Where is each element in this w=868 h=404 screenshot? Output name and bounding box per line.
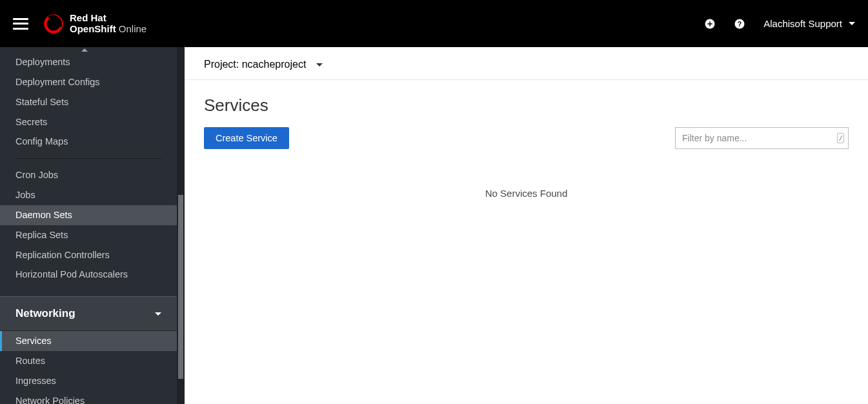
brand-text: Red Hat OpenShift Online: [70, 13, 146, 34]
section-header-label: Networking: [15, 307, 76, 320]
hamburger-menu-button[interactable]: [13, 18, 28, 30]
user-menu[interactable]: Alachisoft Support: [763, 18, 855, 29]
sidebar-divider: [15, 158, 161, 159]
sidebar-item-stateful-sets[interactable]: Stateful Sets: [0, 92, 177, 112]
action-row: Create Service /: [185, 127, 868, 149]
sidebar-item-jobs[interactable]: Jobs: [0, 185, 177, 205]
sidebar-item-secrets[interactable]: Secrets: [0, 112, 177, 132]
sidebar-item-services[interactable]: Services: [0, 331, 177, 351]
user-name: Alachisoft Support: [763, 18, 842, 29]
topbar-actions: ? Alachisoft Support: [704, 18, 855, 30]
sidebar-item-ingresses[interactable]: Ingresses: [0, 371, 177, 391]
brand-line1: Red Hat: [70, 13, 146, 24]
empty-state-message: No Services Found: [185, 188, 868, 199]
filter-input[interactable]: [676, 128, 837, 148]
create-service-button[interactable]: Create Service: [204, 127, 289, 149]
sidebar-item-deployments[interactable]: Deployments: [0, 52, 177, 72]
sidebar-item-cron-jobs[interactable]: Cron Jobs: [0, 165, 177, 185]
caret-down-icon: [849, 22, 855, 25]
svg-rect-3: [708, 23, 713, 25]
sidebar-item-daemon-sets[interactable]: Daemon Sets: [0, 205, 177, 225]
brand[interactable]: Red Hat OpenShift Online: [44, 13, 146, 34]
help-icon[interactable]: ?: [734, 18, 745, 30]
project-selector[interactable]: Project: ncacheproject: [185, 47, 868, 80]
sidebar-section-networking: Networking: [0, 296, 177, 331]
sidebar-item-hpa[interactable]: Horizontal Pod Autoscalers: [0, 265, 177, 285]
sidebar-item-deployment-configs[interactable]: Deployment Configs: [0, 72, 177, 92]
brand-line2: OpenShift Online: [70, 24, 146, 35]
sidebar-section-header-networking[interactable]: Networking: [0, 297, 177, 330]
filter-shortcut-hint: /: [837, 133, 844, 143]
scroll-up-arrow[interactable]: [0, 47, 169, 52]
top-bar: Red Hat OpenShift Online ? Alachisoft Su…: [0, 0, 868, 47]
sidebar-scrollbar-thumb[interactable]: [178, 195, 183, 379]
page-title: Services: [185, 80, 868, 127]
redhat-logo-icon: [44, 14, 63, 34]
add-icon[interactable]: [704, 18, 716, 30]
sidebar-item-routes[interactable]: Routes: [0, 351, 177, 371]
sidebar-item-replica-sets[interactable]: Replica Sets: [0, 225, 177, 245]
project-label-text: Project: ncacheproject: [204, 59, 306, 70]
main-content: Project: ncacheproject Services Create S…: [185, 47, 868, 404]
sidebar: Deployments Deployment Configs Stateful …: [0, 47, 185, 404]
caret-down-icon: [316, 63, 323, 66]
sidebar-item-config-maps[interactable]: Config Maps: [0, 132, 177, 152]
sidebar-item-network-policies[interactable]: Network Policies: [0, 391, 177, 404]
svg-text:?: ?: [738, 19, 742, 27]
chevron-down-icon: [155, 312, 161, 316]
filter-box: /: [675, 127, 849, 149]
sidebar-item-replication-controllers[interactable]: Replication Controllers: [0, 245, 177, 265]
sidebar-scrollbar-track[interactable]: [177, 47, 185, 404]
